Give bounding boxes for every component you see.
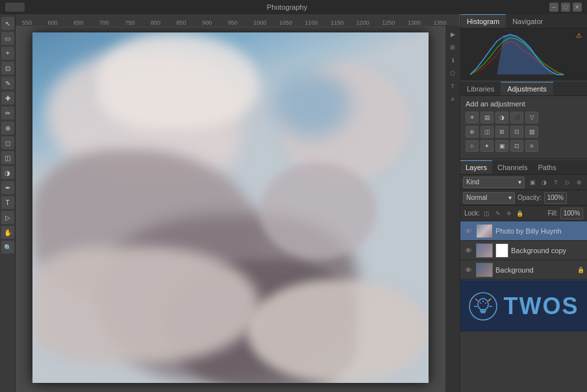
adj-curves[interactable]: ▤	[481, 112, 493, 123]
healing-tool[interactable]: ✚	[1, 92, 14, 104]
adj-levels[interactable]: ⬛	[510, 112, 523, 123]
ruler-num-1000: 1000	[253, 19, 279, 26]
mini-tool-1[interactable]: ▶	[447, 29, 458, 40]
mini-tool-3[interactable]: ℹ	[447, 55, 458, 66]
adj-bw[interactable]: ⊡	[510, 126, 523, 138]
lock-transparent-icon[interactable]: ◫	[482, 209, 492, 218]
svg-line-11	[480, 302, 481, 304]
filter-type-label: Kind	[466, 178, 479, 186]
path-tool[interactable]: ▷	[1, 211, 14, 224]
layer-thumb-bg-copy	[476, 243, 493, 258]
lock-label: Lock:	[464, 210, 480, 217]
maximize-button[interactable]: □	[561, 3, 570, 12]
ruler-corner: 550 600 650 700 750 800 850 900 950 1000…	[16, 14, 460, 26]
eraser-tool[interactable]: ◻	[1, 136, 14, 149]
filter-adj-icon[interactable]: ◑	[539, 177, 549, 188]
tab-layers[interactable]: Layers	[460, 160, 492, 174]
tab-channels[interactable]: Channels	[492, 160, 532, 174]
hand-tool[interactable]: ✋	[1, 226, 14, 239]
lock-all-icon[interactable]: 🔒	[516, 209, 525, 218]
adj-photo-filter[interactable]: ▨	[525, 126, 538, 138]
adj-color-balance[interactable]: ◫	[481, 126, 493, 138]
brand-text: TWOS	[504, 293, 579, 320]
adj-exposure[interactable]: ◑	[495, 112, 508, 123]
filter-shape-icon[interactable]: ▷	[562, 177, 573, 188]
adj-posterize[interactable]: ⊡	[510, 140, 523, 152]
layers-lock-row: Lock: ◫ ✎ ✛ 🔒 Fill: 100%	[460, 206, 587, 221]
move-tool[interactable]: ↖	[1, 17, 14, 30]
pen-tool[interactable]: ✒	[1, 181, 14, 194]
histogram-area: ⚠	[460, 29, 587, 80]
type-tool[interactable]: T	[1, 196, 14, 209]
eyedropper-tool[interactable]: ✎	[1, 77, 14, 90]
layer-eye-bg[interactable]: 👁	[463, 265, 473, 275]
ruler-num-600: 600	[48, 19, 74, 26]
adj-section: Add an adjustment ☀ ▤ ◑ ⬛ ▽ ⊕ ◫ ⊞ ⊡ ▨ ⊹ …	[460, 96, 587, 159]
filter-pixel-icon[interactable]: ▣	[527, 177, 538, 188]
layers-tabs: Layers Channels Paths	[460, 160, 587, 175]
brush-tool[interactable]: ✏	[1, 106, 14, 119]
minimize-button[interactable]: ─	[549, 3, 558, 12]
adj-color-lookup[interactable]: ✦	[481, 140, 493, 152]
tab-histogram[interactable]: Histogram	[460, 14, 506, 28]
adj-hue-sat[interactable]: ⊕	[466, 126, 479, 138]
brand-logo-icon	[469, 292, 497, 321]
layer-eye-bg-copy[interactable]: 👁	[463, 245, 473, 256]
tab-libraries[interactable]: Libraries	[460, 82, 501, 95]
blend-mode-dropdown[interactable]: Normal ▾	[463, 192, 515, 204]
clone-tool[interactable]: ⊕	[1, 121, 14, 134]
filter-icons: ▣ ◑ T ▷ ⊕	[527, 177, 584, 188]
adj-gradient-map[interactable]: ▽	[525, 112, 538, 123]
zoom-tool[interactable]: 🔍	[1, 241, 14, 254]
svg-marker-1	[497, 34, 557, 75]
dodge-tool[interactable]: ◑	[1, 166, 14, 179]
svg-line-12	[485, 302, 486, 304]
adj-threshold[interactable]: ≡	[525, 140, 538, 152]
tab-navigator[interactable]: Navigator	[506, 14, 549, 28]
adj-brightness[interactable]: ☀	[466, 112, 479, 123]
blend-mode-label: Normal	[466, 194, 487, 201]
svg-point-2	[469, 293, 497, 320]
ruler-num-950: 950	[228, 19, 254, 26]
lock-position-icon[interactable]: ✛	[505, 209, 514, 218]
filter-type-icon[interactable]: T	[551, 177, 561, 188]
ruler-num-700: 700	[99, 19, 125, 26]
layer-thumb-bg	[476, 263, 493, 277]
lasso-tool[interactable]: ⌖	[1, 47, 14, 60]
close-button[interactable]: ✕	[573, 3, 582, 12]
gradient-tool[interactable]: ◫	[1, 151, 14, 164]
filter-type-dropdown[interactable]: Kind ▾	[463, 177, 525, 188]
adj-vibrance[interactable]: ⊞	[495, 126, 508, 138]
layer-item-bg[interactable]: 👁 Background 🔒	[460, 260, 587, 280]
layer-item-bg-copy[interactable]: 👁 Background copy	[460, 241, 587, 260]
panel-tabs: Histogram Navigator	[460, 14, 587, 29]
fill-value[interactable]: 100%	[560, 208, 583, 219]
layers-blend-row: Normal ▾ Opacity: 100%	[460, 190, 587, 206]
tab-adjustments[interactable]: Adjustments	[501, 82, 553, 95]
title-bar-left	[5, 3, 25, 12]
ruler-num-1300: 1300	[408, 19, 434, 26]
marquee-tool[interactable]: ▭	[1, 32, 14, 45]
layer-item-photo[interactable]: 👁 Photo by Billy Huynh	[460, 221, 587, 241]
mini-tool-4[interactable]: ⬡	[447, 67, 458, 79]
layer-eye-photo[interactable]: 👁	[463, 226, 473, 236]
crop-tool[interactable]: ⊡	[1, 62, 14, 75]
layer-name-photo: Photo by Billy Huynh	[495, 227, 584, 235]
lock-pixels-icon[interactable]: ✎	[493, 209, 503, 218]
mini-tool-6[interactable]: ≡	[447, 93, 458, 105]
svg-text:⚠: ⚠	[576, 32, 582, 39]
blend-dropdown-arrow: ▾	[508, 194, 512, 201]
filter-smart-icon[interactable]: ⊕	[574, 177, 584, 188]
histogram-chart: ⚠	[463, 31, 584, 78]
mini-tool-5[interactable]: T	[447, 80, 458, 92]
left-toolbar: ↖ ▭ ⌖ ⊡ ✎ ✚ ✏ ⊕ ◻ ◫ ◑ ✒ T ▷ ✋ 🔍	[0, 14, 16, 392]
workspace-label: Photography	[267, 3, 307, 11]
ruler-num-900: 900	[202, 19, 228, 26]
canvas-area[interactable]	[16, 26, 445, 392]
layer-mask-bg-copy	[495, 243, 508, 258]
mini-tool-2[interactable]: ⊞	[447, 42, 458, 53]
opacity-value[interactable]: 100%	[544, 192, 567, 204]
adj-channel-mixer[interactable]: ⊹	[466, 140, 479, 152]
adj-invert[interactable]: ▣	[495, 140, 508, 152]
tab-paths[interactable]: Paths	[533, 160, 562, 174]
